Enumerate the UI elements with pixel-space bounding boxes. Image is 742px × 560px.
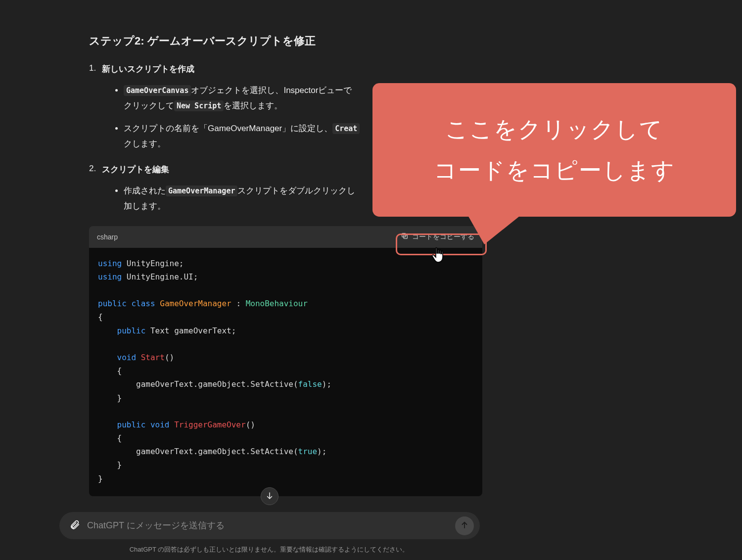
footer-disclaimer: ChatGPT の回答は必ずしも正しいとは限りません。重要な情報は確認するように…: [0, 545, 538, 554]
inline-code: GameOverCanvas: [124, 85, 191, 96]
inline-code: GameOverManager: [166, 186, 237, 196]
code-language-label: csharp: [97, 233, 118, 241]
send-button[interactable]: [455, 516, 474, 535]
code-header: csharp コードをコピーする: [89, 226, 482, 248]
callout-tail: [467, 215, 521, 244]
copy-code-label: コードをコピーする: [412, 233, 474, 241]
scroll-to-bottom-button[interactable]: [261, 487, 278, 505]
arrow-up-icon: [460, 520, 469, 531]
inline-code: Creat: [332, 123, 360, 134]
callout-line2: コードをコピーします: [434, 150, 675, 191]
attach-button[interactable]: [68, 519, 81, 532]
annotation-callout: ここをクリックして コードをコピーします: [372, 83, 736, 217]
step-heading: ステップ2: ゲームオーバースクリプトを修正: [89, 34, 485, 48]
copy-code-button[interactable]: コードをコピーする: [401, 232, 474, 241]
text: スクリプトをダブルクリックし: [237, 186, 355, 195]
callout-line1: ここをクリックして: [445, 109, 663, 150]
code-block: csharp コードをコピーする using UnityEngine; usin…: [89, 226, 482, 496]
paperclip-icon: [69, 519, 80, 532]
text: クリックして: [124, 101, 174, 110]
text: 作成された: [124, 186, 166, 195]
chat-input[interactable]: [81, 520, 455, 531]
text: 加します。: [124, 201, 166, 211]
copy-icon: [401, 232, 409, 241]
code-body[interactable]: using UnityEngine; using UnityEngine.UI;…: [89, 248, 482, 496]
text: スクリプトの名前を「GameOverManager」に設定し、: [124, 124, 332, 133]
text: オブジェクトを選択し、Inspectorビューで: [191, 86, 352, 95]
step-title: 新しいスクリプトを作成: [102, 63, 485, 75]
text: クします。: [124, 139, 166, 148]
chat-input-bar: [59, 512, 480, 539]
inline-code: New Script: [174, 100, 224, 111]
arrow-down-icon: [265, 491, 274, 502]
text: を選択します。: [224, 101, 282, 110]
